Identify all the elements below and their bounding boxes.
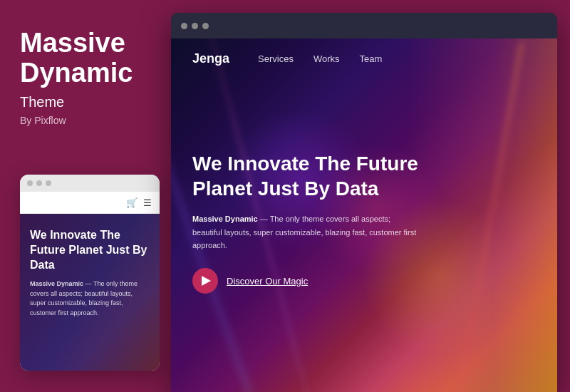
right-panel: Jenga Services Works Team We Innovate Th… — [171, 0, 570, 392]
hero-cta: Discover Our Magic — [192, 268, 420, 294]
brand-subtitle: Theme — [20, 94, 151, 110]
mobile-hero-desc: Massive Dynamic — The only theme covers … — [30, 279, 150, 318]
site-navbar: Jenga Services Works Team — [171, 38, 557, 79]
nav-link-team[interactable]: Team — [360, 53, 383, 64]
mobile-cart-icon: 🛒 — [127, 197, 137, 207]
nav-link-services[interactable]: Services — [258, 53, 294, 64]
browser-content: Jenga Services Works Team We Innovate Th… — [171, 38, 557, 392]
play-button[interactable] — [192, 268, 218, 294]
mobile-topbar: 🛒 ☰ — [20, 192, 160, 214]
mobile-dot-3 — [46, 180, 51, 186]
hero-description: Massive Dynamic — The only theme covers … — [192, 212, 420, 252]
mobile-dot-2 — [36, 180, 42, 186]
hero-content: We Innovate The Future Planet Just By Da… — [192, 151, 420, 294]
mobile-dot-1 — [27, 180, 33, 186]
left-panel: Massive Dynamic Theme By Pixflow 🛒 ☰ We … — [0, 0, 171, 392]
mobile-preview-dots — [20, 175, 160, 192]
mobile-hero-content: We Innovate The Future Planet Just By Da… — [20, 214, 160, 371]
browser-toolbar — [171, 13, 557, 38]
site-logo: Jenga — [192, 51, 229, 66]
cta-link[interactable]: Discover Our Magic — [227, 276, 308, 287]
mobile-preview-card: 🛒 ☰ We Innovate The Future Planet Just B… — [20, 175, 160, 371]
browser-window: Jenga Services Works Team We Innovate Th… — [171, 13, 557, 392]
browser-dot-3 — [202, 23, 209, 29]
mobile-menu-icon: ☰ — [142, 197, 152, 207]
play-icon — [202, 276, 211, 286]
brand-by: By Pixflow — [20, 115, 151, 126]
mobile-hero-heading: We Innovate The Future Planet Just By Da… — [30, 228, 150, 272]
brand-title-line1: Massive — [20, 28, 125, 58]
nav-link-works[interactable]: Works — [314, 53, 340, 64]
mobile-desc-strong: Massive Dynamic — [30, 280, 83, 287]
brand-title-line2: Dynamic — [20, 58, 133, 88]
brand-title: Massive Dynamic — [20, 29, 151, 88]
hero-heading: We Innovate The Future Planet Just By Da… — [192, 151, 420, 201]
browser-dot-2 — [192, 23, 198, 29]
hero-desc-strong: Massive Dynamic — [192, 215, 258, 223]
site-nav-links: Services Works Team — [258, 53, 382, 64]
browser-dot-1 — [181, 23, 187, 29]
